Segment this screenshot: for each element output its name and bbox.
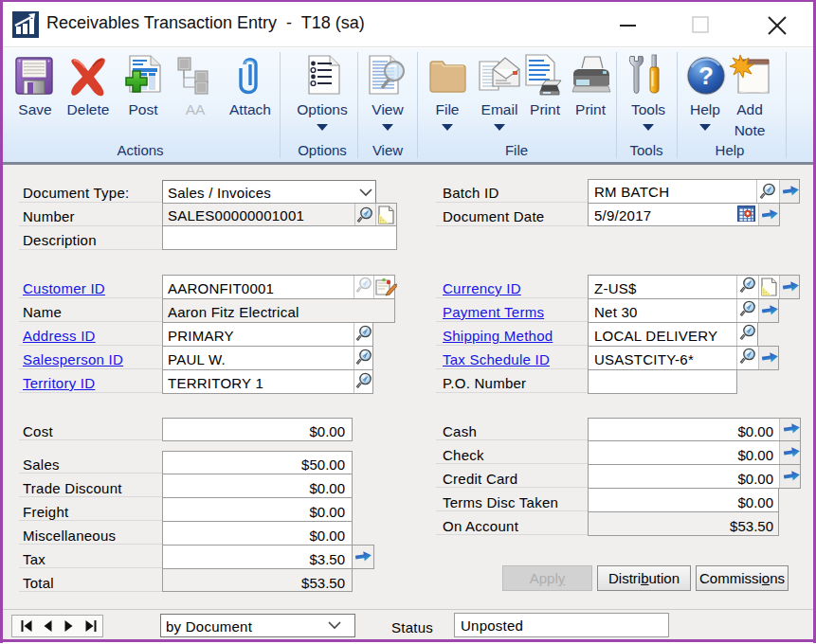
svg-text:?: ? xyxy=(698,62,714,90)
